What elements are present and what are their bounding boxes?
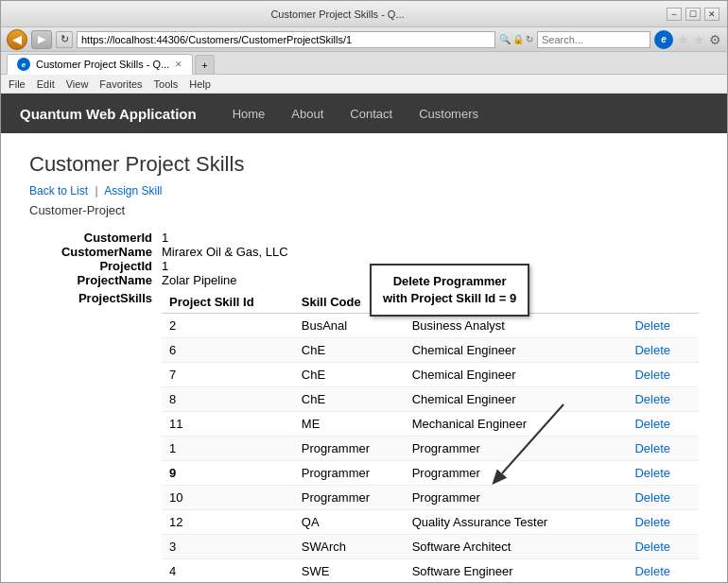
skill-id-cell: 2 bbox=[162, 314, 294, 338]
skill-code-cell: Programmer bbox=[294, 437, 405, 461]
tab-favicon: e bbox=[17, 58, 30, 71]
delete-link-9[interactable]: Delete bbox=[634, 466, 670, 480]
arrow-svg bbox=[474, 400, 587, 485]
delete-link-8[interactable]: Delete bbox=[634, 392, 670, 406]
table-row: 3SWArchSoftware ArchitectDelete bbox=[162, 535, 699, 559]
tab-close-button[interactable]: ✕ bbox=[175, 60, 182, 69]
favorites-star[interactable]: ★ bbox=[677, 32, 689, 47]
skill-id-cell: 4 bbox=[162, 559, 294, 583]
table-row: 12QAQuality Assurance TesterDelete bbox=[162, 510, 699, 535]
menu-view[interactable]: View bbox=[66, 78, 89, 90]
address-input[interactable] bbox=[77, 31, 495, 48]
tab-label: Customer Project Skills - Q... bbox=[36, 59, 169, 70]
skill-title-cell: Business Analyst bbox=[405, 314, 604, 338]
skill-id-cell: 8 bbox=[162, 387, 294, 412]
nav-customers[interactable]: Customers bbox=[406, 94, 492, 133]
table-row: 7ChEChemical EngineerDelete bbox=[162, 363, 699, 387]
skill-id-cell: 9 bbox=[162, 461, 294, 486]
nav-contact[interactable]: Contact bbox=[337, 94, 406, 133]
skill-action-cell: Delete bbox=[604, 363, 699, 387]
skill-action-cell: Delete bbox=[604, 338, 699, 363]
customer-name-row: CustomerName Mirarex Oil & Gas, LLC bbox=[29, 245, 699, 259]
skill-title-cell: Chemical Engineer bbox=[405, 363, 604, 387]
back-button[interactable]: ◀ bbox=[7, 29, 27, 50]
table-row: 4SWESoftware EngineerDelete bbox=[162, 559, 699, 583]
delete-link-6[interactable]: Delete bbox=[634, 343, 670, 357]
annotation-arrow bbox=[474, 400, 587, 488]
active-tab[interactable]: e Customer Project Skills - Q... ✕ bbox=[7, 54, 193, 75]
table-row: 1ProgrammerProgrammerDelete bbox=[162, 437, 699, 461]
refresh-button[interactable]: ↻ bbox=[56, 31, 73, 48]
table-row: 2BusAnalBusiness AnalystDelete bbox=[162, 314, 699, 338]
projectSkills-label: ProjectSkills bbox=[29, 287, 162, 582]
settings-icon[interactable]: ⚙ bbox=[709, 32, 721, 47]
delete-link-2[interactable]: Delete bbox=[634, 318, 670, 333]
title-bar: Customer Project Skills - Q... – ☐ ✕ bbox=[1, 1, 727, 27]
delete-link-12[interactable]: Delete bbox=[634, 515, 670, 529]
customerName-label: CustomerName bbox=[29, 245, 162, 259]
skill-code-cell: Programmer bbox=[294, 486, 405, 510]
nav-about[interactable]: About bbox=[278, 94, 337, 133]
window-controls[interactable]: – ☐ ✕ bbox=[667, 8, 719, 21]
maximize-button[interactable]: ☐ bbox=[685, 8, 701, 21]
skill-id-cell: 7 bbox=[162, 363, 294, 387]
annotation-box: Delete Programmerwith Project Skill Id =… bbox=[370, 264, 529, 317]
skill-id-cell: 12 bbox=[162, 510, 294, 535]
customerId-label: CustomerId bbox=[29, 231, 162, 245]
add-favorites[interactable]: ★ bbox=[693, 32, 705, 47]
menu-bar: File Edit View Favorites Tools Help bbox=[1, 75, 727, 94]
section-label: Customer-Project bbox=[29, 203, 699, 217]
assign-skill-link[interactable]: Assign Skill bbox=[104, 184, 162, 197]
skill-action-cell: Delete bbox=[604, 486, 699, 510]
skills-table: Project Skill Id Skill Code Skill Title … bbox=[162, 291, 699, 582]
skill-title-cell: Chemical Engineer bbox=[405, 338, 604, 363]
delete-link-10[interactable]: Delete bbox=[634, 490, 670, 505]
tab-bar: e Customer Project Skills - Q... ✕ + bbox=[1, 52, 727, 75]
breadcrumb-separator: | bbox=[95, 184, 97, 197]
skill-id-cell: 11 bbox=[162, 412, 294, 437]
table-row: 6ChEChemical EngineerDelete bbox=[162, 338, 699, 363]
customerId-value: 1 bbox=[162, 231, 699, 245]
search-input[interactable] bbox=[537, 31, 650, 48]
skill-code-cell: ChE bbox=[294, 338, 405, 363]
browser-title: Customer Project Skills - Q... bbox=[9, 9, 667, 20]
menu-favorites[interactable]: Favorites bbox=[99, 78, 142, 90]
skill-code-cell: ME bbox=[294, 412, 405, 437]
nav-home[interactable]: Home bbox=[219, 94, 279, 133]
app-title: Quantum Web Application bbox=[20, 106, 197, 122]
skill-title-cell: Software Engineer bbox=[405, 559, 604, 583]
menu-file[interactable]: File bbox=[9, 78, 26, 90]
delete-link-11[interactable]: Delete bbox=[634, 417, 670, 431]
skill-action-cell: Delete bbox=[604, 412, 699, 437]
col-actions bbox=[604, 291, 699, 314]
skill-action-cell: Delete bbox=[604, 387, 699, 412]
minimize-button[interactable]: – bbox=[667, 8, 682, 21]
annotation-text: Delete Programmerwith Project Skill Id =… bbox=[383, 274, 516, 305]
delete-link-4[interactable]: Delete bbox=[634, 564, 670, 578]
menu-help[interactable]: Help bbox=[189, 78, 211, 90]
skill-action-cell: Delete bbox=[604, 437, 699, 461]
skill-code-cell: QA bbox=[294, 510, 405, 535]
project-name-row: ProjectName Zolar Pipeline bbox=[29, 273, 699, 287]
menu-edit[interactable]: Edit bbox=[37, 78, 55, 90]
skill-code-cell: ChE bbox=[294, 387, 405, 412]
skill-id-cell: 1 bbox=[162, 437, 294, 461]
skill-code-cell: Programmer bbox=[294, 461, 405, 486]
delete-link-7[interactable]: Delete bbox=[634, 368, 670, 382]
delete-link-1[interactable]: Delete bbox=[634, 441, 670, 455]
delete-link-3[interactable]: Delete bbox=[634, 540, 670, 554]
menu-tools[interactable]: Tools bbox=[154, 78, 179, 90]
skill-title-cell: Programmer bbox=[405, 486, 604, 510]
col-project-skill-id: Project Skill Id bbox=[162, 291, 294, 314]
breadcrumb: Back to List | Assign Skill bbox=[29, 184, 699, 197]
skill-action-cell: Delete bbox=[604, 510, 699, 535]
new-tab-button[interactable]: + bbox=[195, 55, 214, 74]
projectName-label: ProjectName bbox=[29, 273, 162, 287]
table-row: 8ChEChemical EngineerDelete bbox=[162, 387, 699, 412]
forward-button[interactable]: ▶ bbox=[31, 30, 52, 49]
back-to-list-link[interactable]: Back to List bbox=[29, 184, 88, 197]
skill-id-cell: 6 bbox=[162, 338, 294, 363]
customer-id-row: CustomerId 1 bbox=[29, 231, 699, 245]
close-button[interactable]: ✕ bbox=[704, 8, 719, 21]
skill-id-cell: 10 bbox=[162, 486, 294, 510]
